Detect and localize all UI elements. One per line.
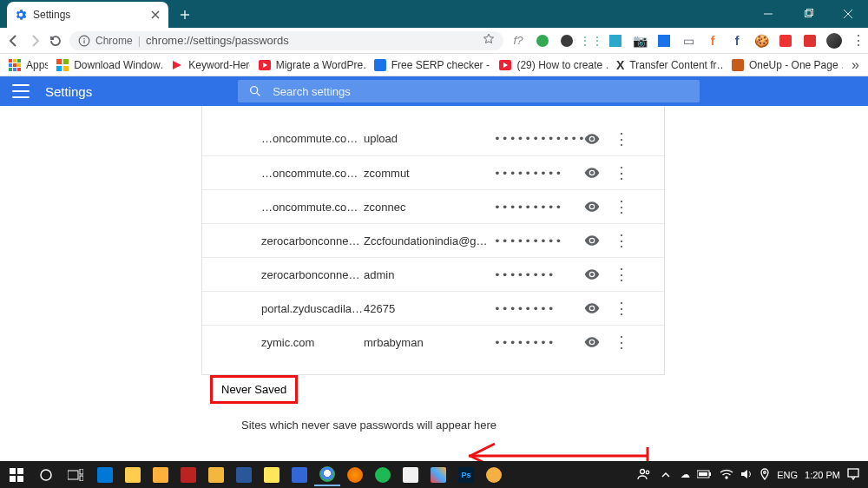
browser-tab-active[interactable]: Settings [7, 2, 168, 28]
svg-point-38 [764, 471, 766, 473]
password-more-button[interactable]: ⋮ [607, 231, 636, 250]
svg-rect-16 [56, 66, 62, 71]
password-site[interactable]: zerocarbonconnect.org [261, 268, 364, 281]
password-more-button[interactable]: ⋮ [607, 163, 636, 182]
address-bar[interactable]: Chrome | chrome://settings/passwords [69, 31, 503, 50]
taskbar-app-explorer[interactable] [120, 464, 146, 486]
taskbar-app-spotify[interactable] [370, 464, 396, 486]
password-more-button[interactable]: ⋮ [607, 333, 636, 352]
show-password-button[interactable] [577, 266, 607, 283]
password-site[interactable]: …oncommute.com:2082 [261, 167, 364, 180]
taskbar-app-store[interactable] [148, 464, 174, 486]
browser-menu-icon[interactable]: ⋮ [851, 33, 866, 49]
ext-video-icon[interactable]: ▭ [681, 33, 696, 49]
bookmark-item[interactable]: X Transfer Content fr… [616, 58, 723, 72]
show-password-button[interactable] [577, 232, 607, 249]
youtube-icon [499, 58, 511, 72]
password-more-button[interactable]: ⋮ [607, 129, 636, 148]
svg-rect-13 [17, 68, 21, 71]
task-view-button[interactable] [62, 464, 89, 486]
taskbar-pinned-apps: Ps [92, 464, 507, 486]
taskbar-app-edge[interactable] [92, 464, 118, 486]
ext-facebook2-icon[interactable]: f [729, 33, 745, 49]
taskbar-app-folder[interactable] [203, 464, 229, 486]
taskbar-app-filezilla[interactable] [175, 464, 201, 486]
wifi-icon[interactable] [720, 469, 733, 481]
password-site[interactable]: zymic.com [261, 336, 364, 349]
bookmark-item[interactable]: Free SERP checker -… [374, 58, 491, 72]
taskbar-app-sticky[interactable] [259, 464, 285, 486]
ext-f-question-icon[interactable]: f? [510, 33, 526, 49]
show-password-button[interactable] [577, 130, 607, 148]
bookmark-label: Free SERP checker -… [391, 59, 491, 71]
password-site[interactable]: portal.zyduscadila.com [261, 302, 364, 315]
window-close-button[interactable] [828, 0, 868, 28]
clock[interactable]: 1:20 PM [805, 470, 840, 480]
bookmark-item[interactable]: (29) How to create … [499, 58, 608, 72]
ext-dark-circle-icon[interactable] [559, 33, 575, 49]
language-indicator[interactable]: ENG [777, 470, 798, 480]
svg-point-33 [646, 471, 649, 474]
settings-gear-icon [14, 8, 28, 22]
ext-camera-icon[interactable]: 📷 [632, 33, 648, 49]
show-password-button[interactable] [577, 300, 607, 317]
ext-grid-icon[interactable]: ⋮⋮ [583, 33, 599, 49]
reload-button[interactable] [49, 32, 62, 49]
password-site[interactable]: …oncommute.com:2082 [261, 132, 364, 145]
ext-adblock-icon[interactable] [778, 33, 793, 49]
taskbar-app-other[interactable] [481, 464, 507, 486]
ext-cookie-icon[interactable]: 🍪 [753, 33, 769, 49]
battery-icon[interactable] [697, 470, 713, 480]
start-button[interactable] [3, 464, 30, 486]
bookmark-item[interactable]: Keyword-Hero [171, 58, 249, 72]
taskbar-app-photoshop[interactable]: Ps [453, 464, 479, 486]
password-site[interactable]: zerocarbonconnect.org [261, 234, 364, 247]
svg-rect-25 [17, 468, 23, 474]
ext-g-icon[interactable] [802, 33, 818, 49]
taskbar-app-chrome[interactable] [314, 464, 340, 486]
volume-icon[interactable] [740, 468, 753, 482]
cortana-button[interactable] [33, 464, 59, 486]
settings-menu-button[interactable] [12, 84, 30, 98]
bookmark-star-icon[interactable] [483, 33, 495, 48]
new-tab-button[interactable] [174, 3, 196, 26]
people-icon[interactable] [637, 467, 651, 483]
show-password-button[interactable] [577, 333, 607, 351]
settings-search-input[interactable]: Search settings [238, 80, 700, 102]
show-password-button[interactable] [577, 198, 607, 215]
location-icon[interactable] [760, 468, 770, 482]
taskbar-app-ads[interactable] [286, 464, 312, 486]
ext-blue-bars-icon[interactable] [656, 33, 672, 49]
bookmarks-overflow-icon[interactable]: » [852, 57, 859, 73]
system-tray: ☁ ENG 1:20 PM [637, 464, 865, 486]
back-button[interactable] [7, 32, 21, 49]
password-more-button[interactable]: ⋮ [607, 197, 636, 216]
password-more-button[interactable]: ⋮ [607, 299, 636, 318]
window-maximize-button[interactable] [788, 0, 828, 28]
taskbar-app-firefox[interactable] [342, 464, 368, 486]
window-minimize-button[interactable] [748, 0, 788, 28]
bookmark-item[interactable]: Download Window… [56, 58, 162, 72]
action-center-icon[interactable] [847, 468, 859, 482]
bookmark-item[interactable]: Migrate a WordPre… [259, 58, 365, 72]
tray-chevron-up-icon[interactable] [658, 464, 674, 486]
taskbar-app-paint[interactable] [425, 464, 451, 486]
forward-button[interactable] [28, 32, 42, 49]
ext-teal-square-icon[interactable] [608, 33, 623, 49]
show-password-button[interactable] [577, 164, 607, 181]
browser-toolbar: Chrome | chrome://settings/passwords f? … [0, 28, 868, 54]
taskbar-app-notepad[interactable] [398, 464, 424, 486]
bookmarks-apps[interactable]: Apps [9, 58, 48, 72]
ext-facebook-icon[interactable]: f [705, 33, 720, 49]
password-site[interactable]: …oncommute.com:2082 [261, 201, 364, 214]
password-more-button[interactable]: ⋮ [607, 265, 636, 284]
taskbar-app-word[interactable] [231, 464, 257, 486]
svg-rect-15 [63, 59, 69, 64]
ext-green-dot-icon[interactable] [535, 33, 550, 49]
password-masked: ••••••••• [494, 167, 577, 180]
bookmark-item[interactable]: OneUp - One Page … [732, 58, 843, 72]
onedrive-icon[interactable]: ☁ [681, 469, 690, 480]
profile-avatar-icon[interactable] [826, 33, 842, 49]
tab-close-icon[interactable] [149, 9, 161, 21]
svg-rect-26 [10, 476, 16, 482]
